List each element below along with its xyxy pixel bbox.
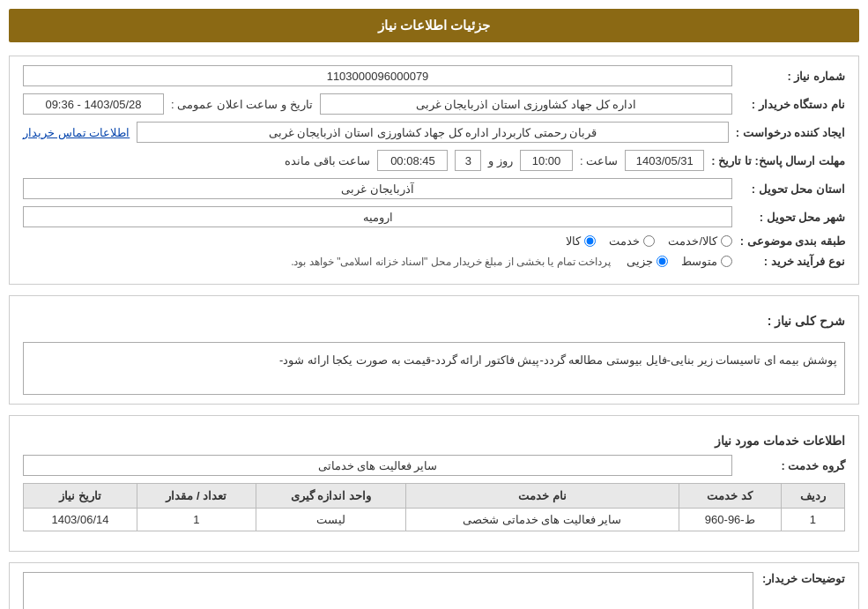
- province-row: استان محل تحویل : آذربایجان غربی: [23, 178, 845, 199]
- category-option-kala-khedmat: کالا/خدمت: [668, 234, 732, 248]
- category-option-label-khedmat: خدمت: [609, 234, 640, 248]
- category-label: طبقه بندی موضوعی :: [739, 234, 845, 248]
- process-option-jozi: جزیی: [627, 255, 668, 268]
- table-row: 1ط-96-960سایر فعالیت های خدماتی شخصیلیست…: [24, 509, 845, 531]
- creator-value: قربان رحمتی کاربردار اداره کل جهاد کشاور…: [137, 122, 729, 143]
- category-radio-kala[interactable]: [584, 235, 596, 247]
- table-header-row: ردیف کد خدمت نام خدمت واحد اندازه گیری ت…: [24, 484, 845, 509]
- service-group-row: گروه خدمت : سایر فعالیت های خدماتی: [23, 455, 845, 476]
- process-radio-jozi[interactable]: [657, 256, 668, 267]
- day-label: روز و: [488, 154, 513, 167]
- col-date: تاریخ نیاز: [24, 484, 137, 509]
- contact-link[interactable]: اطلاعات تماس خریدار: [23, 126, 130, 139]
- process-label: نوع فرآیند خرید :: [739, 255, 845, 268]
- day-value: 3: [455, 150, 481, 171]
- process-option-motavasset: متوسط: [681, 255, 732, 268]
- service-group-value: سایر فعالیت های خدماتی: [23, 455, 732, 476]
- public-announce-value: 1403/05/28 - 09:36: [23, 93, 164, 115]
- col-quantity: تعداد / مقدار: [137, 484, 256, 509]
- category-option-khedmat: خدمت: [609, 234, 655, 248]
- process-radio-group: متوسط جزیی: [627, 255, 732, 268]
- province-label: استان محل تحویل :: [739, 182, 845, 196]
- description-value: پوشش بیمه ای تاسیسات زیر بنایی-فایل بیوس…: [23, 342, 845, 395]
- deadline-label: مهلت ارسال پاسخ: تا تاریخ :: [711, 154, 845, 167]
- col-service-code: کد خدمت: [679, 484, 781, 509]
- process-option-label-motavasset: متوسط: [681, 255, 717, 268]
- page-header: جزئیات اطلاعات نیاز: [9, 9, 859, 42]
- buyer-org-value: اداره کل جهاد کشاورزی استان اذربایجان غر…: [320, 93, 732, 115]
- buyer-org-label: نام دستگاه خریدار :: [739, 98, 845, 111]
- category-option-label-kala-khedmat: کالا/خدمت: [668, 234, 717, 248]
- need-number-label: شماره نیاز :: [739, 70, 845, 83]
- need-number-row: شماره نیاز : 1103000096000079: [23, 65, 845, 86]
- need-number-value: 1103000096000079: [23, 65, 732, 86]
- col-service-name: نام خدمت: [405, 484, 679, 509]
- creator-label: ایجاد کننده درخواست :: [736, 126, 845, 139]
- col-row-num: ردیف: [781, 484, 844, 509]
- buyer-notes-section: توضیحات خریدار:: [9, 562, 859, 609]
- category-option-kala: کالا: [566, 234, 596, 248]
- buyer-org-row: نام دستگاه خریدار : اداره کل جهاد کشاورز…: [23, 93, 845, 115]
- category-option-label-kala: کالا: [566, 234, 581, 248]
- province-value: آذربایجان غربی: [23, 178, 732, 199]
- city-value: ارومیه: [23, 206, 732, 227]
- time-value: 10:00: [520, 150, 573, 171]
- process-row: نوع فرآیند خرید : متوسط جزیی پرداخت تمام…: [23, 255, 845, 268]
- remaining-value: 00:08:45: [377, 150, 448, 171]
- services-title: اطلاعات خدمات مورد نیاز: [23, 434, 845, 448]
- city-label: شهر محل تحویل :: [739, 211, 845, 224]
- category-row: طبقه بندی موضوعی : کالا/خدمت خدمت کالا: [23, 234, 845, 248]
- time-label: ساعت :: [580, 154, 618, 167]
- city-row: شهر محل تحویل : ارومیه: [23, 206, 845, 227]
- deadline-date: 1403/05/31: [625, 150, 704, 171]
- services-table: ردیف کد خدمت نام خدمت واحد اندازه گیری ت…: [23, 483, 845, 531]
- category-radio-kala-khedmat[interactable]: [721, 235, 732, 247]
- process-radio-motavasset[interactable]: [721, 256, 732, 267]
- description-row: شرح کلی نیاز :: [23, 305, 845, 335]
- services-section: اطلاعات خدمات مورد نیاز گروه خدمت : سایر…: [9, 415, 859, 552]
- creator-row: ایجاد کننده درخواست : قربان رحمتی کاربرد…: [23, 122, 845, 143]
- service-group-label: گروه خدمت :: [739, 459, 845, 472]
- category-radio-khedmat[interactable]: [643, 235, 655, 247]
- deadline-row: مهلت ارسال پاسخ: تا تاریخ : 1403/05/31 س…: [23, 150, 845, 171]
- main-info-section: شماره نیاز : 1103000096000079 نام دستگاه…: [9, 56, 859, 285]
- col-unit: واحد اندازه گیری: [256, 484, 405, 509]
- description-label: شرح کلی نیاز :: [768, 314, 845, 328]
- remaining-label: ساعت باقی مانده: [285, 154, 370, 167]
- description-section: شرح کلی نیاز : پوشش بیمه ای تاسیسات زیر …: [9, 295, 859, 405]
- process-note: پرداخت تمام یا بخشی از مبلغ خریدار محل "…: [291, 256, 611, 268]
- public-announce-label: تاریخ و ساعت اعلان عمومی :: [171, 98, 313, 111]
- buyer-notes-box: [23, 572, 753, 609]
- buyer-notes-label: توضیحات خریدار:: [762, 572, 845, 585]
- process-option-label-jozi: جزیی: [627, 255, 653, 268]
- category-radio-group: کالا/خدمت خدمت کالا: [566, 234, 732, 248]
